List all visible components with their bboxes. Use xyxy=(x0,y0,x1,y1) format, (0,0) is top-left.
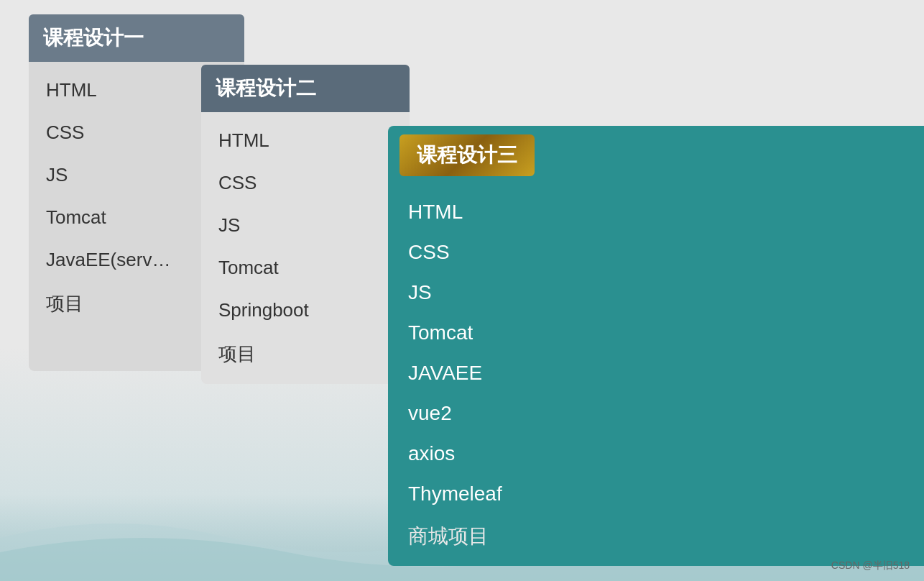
list-item: axios xyxy=(388,434,924,474)
card2-body: HTML CSS JS Tomcat Springboot 项目 xyxy=(201,112,410,384)
cards-container: 课程设计一 HTML CSS JS Tomcat JavaEE(serv… 项目… xyxy=(29,14,905,575)
list-item: Tomcat xyxy=(388,313,924,353)
list-item: HTML xyxy=(388,192,924,232)
list-item: HTML xyxy=(201,119,410,162)
list-item: JS xyxy=(388,273,924,313)
card1-header: 课程设计一 xyxy=(29,14,244,62)
card-2: 课程设计二 HTML CSS JS Tomcat Springboot 项目 xyxy=(201,65,410,384)
list-item: Thymeleaf xyxy=(388,474,924,514)
list-item: Springboot xyxy=(201,289,410,331)
watermark: CSDN @半旧518 xyxy=(831,559,910,572)
card3-header: 课程设计三 xyxy=(399,134,535,176)
list-item: vue2 xyxy=(388,393,924,434)
list-item: 项目 xyxy=(201,331,410,377)
card2-header: 课程设计二 xyxy=(201,65,410,112)
card-3: 课程设计三 HTML CSS JS Tomcat JAVAEE vue2 axi… xyxy=(388,126,924,566)
card3-header-wrap: 课程设计三 xyxy=(388,126,924,185)
list-item: JAVAEE xyxy=(388,353,924,393)
list-item: JS xyxy=(201,204,410,247)
list-item: CSS xyxy=(388,232,924,273)
list-item: 商城项目 xyxy=(388,514,924,559)
list-item: CSS xyxy=(201,162,410,204)
card3-body: HTML CSS JS Tomcat JAVAEE vue2 axios Thy… xyxy=(388,185,924,566)
list-item: Tomcat xyxy=(201,247,410,289)
